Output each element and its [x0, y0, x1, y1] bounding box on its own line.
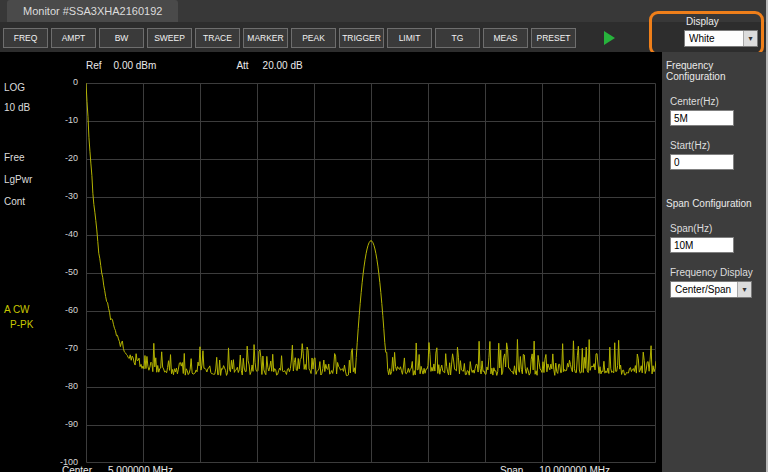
display-label: Display — [686, 16, 758, 27]
start-hz-label: Start(Hz) — [670, 140, 766, 151]
ref-value: 0.00 dBm — [114, 60, 157, 71]
y-tick-label: -40 — [65, 229, 78, 239]
span-value: 10.000000 MHz — [539, 465, 610, 472]
toolbar: FREQ AMPT BW SWEEP TRACE MARKER PEAK TRI… — [0, 22, 766, 54]
toolbar-button-freq[interactable]: FREQ — [3, 28, 48, 48]
toolbar-button-limit[interactable]: LIMIT — [387, 28, 432, 48]
span-configuration-header: Span Configuration — [666, 198, 766, 209]
y-tick-label: -80 — [65, 381, 78, 391]
att-label: Att — [236, 60, 248, 71]
toolbar-button-preset[interactable]: PRESET — [531, 28, 576, 48]
tab-bar: Monitor #SSA3XHA2160192 — [0, 0, 766, 22]
display-selector: Display White ▾ — [684, 16, 758, 47]
frequency-configuration-header: Frequency Configuration — [666, 60, 766, 82]
ref-att-readout: Ref 0.00 dBm Att 20.00 dB — [86, 60, 303, 71]
frequency-display-label: Frequency Display — [670, 267, 766, 278]
chevron-down-icon: ▾ — [737, 282, 751, 297]
frequency-display-value: Center/Span — [675, 284, 737, 295]
chevron-down-icon: ▾ — [743, 31, 757, 46]
right-panel: Frequency Configuration Center(Hz) Start… — [662, 52, 766, 472]
ref-label: Ref — [86, 60, 102, 71]
y-tick-label: -10 — [65, 115, 78, 125]
center-label: Center — [62, 465, 92, 472]
toolbar-button-ampt[interactable]: AMPT — [51, 28, 96, 48]
span-readout: Span 10.000000 MHz — [500, 465, 610, 472]
toolbar-button-peak[interactable]: PEAK — [291, 28, 336, 48]
toolbar-button-tg[interactable]: TG — [435, 28, 480, 48]
toolbar-button-marker[interactable]: MARKER — [243, 28, 288, 48]
center-frequency-readout: Center 5.000000 MHz — [62, 465, 173, 472]
center-value: 5.000000 MHz — [108, 465, 173, 472]
toolbar-button-sweep[interactable]: SWEEP — [147, 28, 192, 48]
spectrum-plot-canvas — [86, 83, 656, 463]
y-tick-label: -50 — [65, 267, 78, 277]
center-hz-label: Center(Hz) — [670, 96, 766, 107]
y-tick-label: -70 — [65, 343, 78, 353]
y-tick-label: -20 — [65, 153, 78, 163]
display-dropdown-value: White — [689, 33, 743, 44]
toolbar-button-trigger[interactable]: TRIGGER — [339, 28, 384, 48]
center-hz-input[interactable] — [670, 110, 734, 126]
y-tick-label: 0 — [73, 77, 78, 87]
toolbar-button-meas[interactable]: MEAS — [483, 28, 528, 48]
app-window: Monitor #SSA3XHA2160192 FREQ AMPT BW SWE… — [0, 0, 768, 472]
display-dropdown[interactable]: White ▾ — [684, 30, 758, 47]
y-tick-label: -90 — [65, 419, 78, 429]
start-hz-input[interactable] — [670, 154, 734, 170]
play-icon — [604, 31, 615, 45]
y-tick-label: -30 — [65, 191, 78, 201]
run-button[interactable] — [604, 30, 620, 46]
monitor-tab[interactable]: Monitor #SSA3XHA2160192 — [7, 0, 178, 22]
frequency-display-dropdown[interactable]: Center/Span ▾ — [670, 281, 752, 298]
spectrum-chart-area: Ref 0.00 dBm Att 20.00 dB LOG 10 dB Free… — [0, 52, 662, 472]
toolbar-button-bw[interactable]: BW — [99, 28, 144, 48]
toolbar-button-trace[interactable]: TRACE — [195, 28, 240, 48]
span-label: Span — [500, 465, 523, 472]
span-hz-input[interactable] — [670, 237, 734, 253]
att-value: 20.00 dB — [263, 60, 303, 71]
y-tick-label: -60 — [65, 305, 78, 315]
y-axis-labels: 0-10-20-30-40-50-60-70-80-90-100 — [0, 52, 82, 472]
span-hz-label: Span(Hz) — [670, 223, 766, 234]
